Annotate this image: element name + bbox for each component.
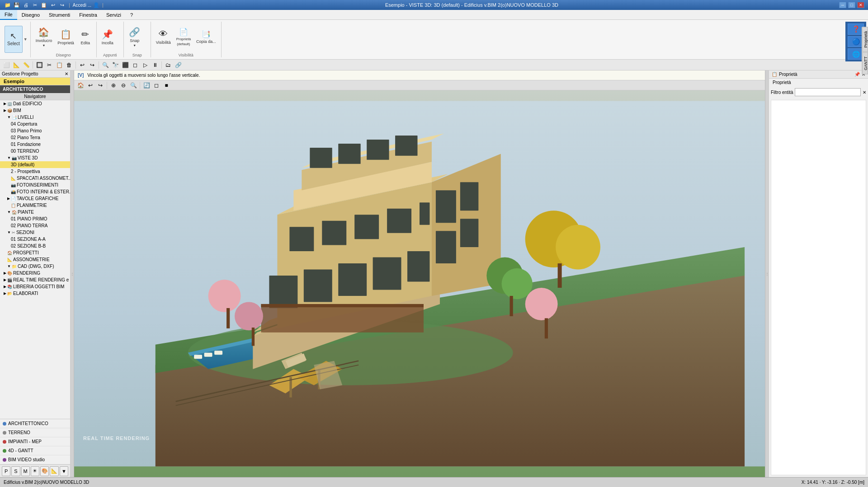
toolbar-grid[interactable]: 📐	[12, 61, 21, 70]
tree-item-planimetrie[interactable]: 📋 PLANIMETRIE	[0, 202, 70, 209]
nav-impianti[interactable]: IMPIANTI - MEP	[0, 437, 70, 446]
nav-architettonico[interactable]: ARCHITETTONICO	[0, 419, 70, 428]
tree-item-dati-edificio[interactable]: ▶ 🏢 Dati EDIFICIO	[0, 100, 70, 107]
open-icon[interactable]: 📁	[4, 1, 12, 9]
view-zoom-out[interactable]: ⊖	[119, 81, 128, 90]
filter-clear[interactable]: ✕	[863, 90, 866, 95]
view-undo[interactable]: ↩	[86, 81, 95, 90]
redo-icon[interactable]: ↪	[58, 1, 66, 9]
project-header-close[interactable]: ✕	[65, 71, 68, 76]
view-zoom-in[interactable]: ⊕	[109, 81, 118, 90]
menu-servizi[interactable]: Servizi	[102, 10, 126, 20]
tree-item-libreria[interactable]: ▶ 📚 LIBRERIA OGGETTI BIM	[0, 283, 70, 290]
view-redo[interactable]: ↪	[96, 81, 105, 90]
filter-input[interactable]	[795, 88, 861, 96]
edita-button[interactable]: ✏ Edita	[77, 28, 94, 47]
nav-4d-gantt[interactable]: 4D - GANTT	[0, 446, 70, 455]
tree-item-foto-interni[interactable]: 📸 FOTO INTERNI & ESTER...	[0, 188, 70, 195]
view-rotate[interactable]: 🔄	[142, 81, 151, 90]
3d-viewport[interactable]: REAL TIME RENDERING	[74, 90, 765, 477]
menu-help[interactable]: ?	[126, 10, 137, 20]
dock-p[interactable]: P	[2, 466, 10, 476]
dock-sun[interactable]: ☀	[31, 466, 39, 476]
tree-item-02-piano[interactable]: 02 PIANO TERRA	[0, 222, 70, 229]
tree-item-sezione-aa[interactable]: 01 SEZIONE A-A	[0, 236, 70, 243]
toolbar-delete[interactable]: 🗑	[65, 61, 74, 70]
visibilita-button[interactable]: 👁 Visibilità	[154, 28, 173, 46]
user-icon[interactable]: 👤	[92, 1, 100, 9]
toolbar-copy[interactable]: 📋	[55, 61, 64, 70]
menu-disegno[interactable]: Disegno	[17, 10, 44, 20]
toolbar-share[interactable]: 🔗	[174, 61, 183, 70]
proprieta-button[interactable]: 📋 Proprietà	[55, 28, 76, 47]
tree-item-piante[interactable]: ▼ 🏠 PIANTE	[0, 209, 70, 215]
properties-tab[interactable]: Proprietà	[769, 79, 868, 86]
dock-dropdown[interactable]: ▼	[60, 466, 68, 476]
undo-icon[interactable]: ↩	[49, 1, 57, 9]
toolbar-zoom-in[interactable]: 🔍	[101, 61, 110, 70]
tree-item-prospettiva[interactable]: 2 - Prospettiva	[0, 168, 70, 175]
view-home[interactable]: 🏠	[76, 81, 85, 90]
tree-item-realtime[interactable]: ▶ 🎬 REAL TIME RENDERING e VRI	[0, 276, 70, 283]
snap-button[interactable]: 🔗 Snap ▼	[127, 25, 143, 48]
menu-strumenti[interactable]: Strumenti	[44, 10, 75, 20]
tree-item-livelli[interactable]: ▼ 📑 LIVELLI	[0, 114, 70, 121]
toolbar-view-black[interactable]: ⬛	[121, 61, 130, 70]
tree-item-terreno-node[interactable]: 00 TERRENO	[0, 148, 70, 155]
right-panel-pin[interactable]: 📌	[854, 72, 860, 77]
tree-item-fotoinserimenti[interactable]: 📷 FOTOINSERIMENTI	[0, 182, 70, 188]
incolla-button[interactable]: 📌 Incolla	[99, 28, 116, 47]
toolbar-undo[interactable]: ↩	[78, 61, 87, 70]
toolbar-layers[interactable]: 🗂	[164, 61, 173, 70]
tree-item-copertura[interactable]: 04 Copertura	[0, 121, 70, 127]
cut-icon[interactable]: ✂	[31, 1, 39, 9]
side-tab-proprieta[interactable]: Proprietà	[862, 27, 868, 52]
side-tab-gantt[interactable]: GANTT	[862, 52, 868, 75]
select-button[interactable]: ↖ Select	[5, 26, 23, 53]
tree-item-tavole-grafiche[interactable]: ▶ 📄 TAVOLE GRAFICHE	[0, 195, 70, 202]
proprieta-default-button[interactable]: 📄 Proprietà (default)	[174, 26, 193, 47]
toolbar-view-white[interactable]: ◻	[131, 61, 140, 70]
tree-item-sezione-bb[interactable]: 02 SEZIONE B-B	[0, 243, 70, 249]
toolbar-redo[interactable]: ↪	[88, 61, 97, 70]
copia-da-button[interactable]: 📑 Copia da...	[194, 28, 218, 45]
tree-item-rendering[interactable]: ▶ 🎨 RENDERING	[0, 270, 70, 276]
print-icon[interactable]: 🖨	[22, 1, 30, 9]
dock-color[interactable]: 🎨	[40, 466, 49, 476]
nav-bim-video[interactable]: BIM VIDEO studio	[0, 455, 70, 464]
tree-item-viste-3d[interactable]: ▼ 📷 VISTE 3D	[0, 155, 70, 161]
toolbar-cut[interactable]: ✂	[45, 61, 54, 70]
tree-item-01-piano[interactable]: 01 PIANO PRIMO	[0, 215, 70, 222]
menu-finestra[interactable]: Finestra	[75, 10, 102, 20]
tree-item-elaborati[interactable]: ▶ 📂 ELABORATI	[0, 290, 70, 297]
tree-item-prospetti[interactable]: 🏠 PROSPETTI	[0, 249, 70, 256]
tree-item-sezioni[interactable]: ▼ ✂ SEZIONI	[0, 229, 70, 236]
toolbar-new[interactable]: ⬜	[2, 61, 11, 70]
tree-item-spaccati[interactable]: 📐 SPACCATI ASSONOMET...	[0, 175, 70, 182]
accedi-label[interactable]: Accedi ...	[73, 3, 91, 8]
involucro-button[interactable]: 🏠 Involucro ▼	[33, 25, 55, 48]
view-zoom-fit[interactable]: 🔍	[129, 81, 138, 90]
nav-terreno[interactable]: TERRENO	[0, 428, 70, 437]
tree-item-3d-default[interactable]: 3D (default)	[0, 161, 70, 168]
example-tab[interactable]: Esempio	[0, 78, 70, 85]
tree-item-cad[interactable]: ▼ 📁 CAD (DWG, DXF)	[0, 263, 70, 270]
dock-s[interactable]: S	[11, 466, 20, 476]
menu-file[interactable]: File	[0, 10, 17, 20]
dock-m[interactable]: M	[21, 466, 30, 476]
toolbar-measure[interactable]: 📏	[22, 61, 31, 70]
tree-item-fondazione[interactable]: 01 Fondazione	[0, 141, 70, 148]
view-solid[interactable]: ■	[162, 81, 171, 90]
toolbar-play[interactable]: ▷	[141, 61, 150, 70]
toolbar-select-rect[interactable]: 🔲	[35, 61, 44, 70]
copy-icon[interactable]: 📋	[40, 1, 48, 9]
tree-item-assonometrie[interactable]: 📐 ASSONOMETRIE	[0, 256, 70, 263]
view-wireframe[interactable]: ◻	[152, 81, 161, 90]
tree-item-piano-terra[interactable]: 02 Piano Terra	[0, 134, 70, 141]
toolbar-zoom-out[interactable]: 🔭	[111, 61, 120, 70]
left-panel-resizer[interactable]: ⋮	[71, 70, 74, 477]
minimize-button[interactable]: ─	[839, 2, 846, 8]
toolbar-pause[interactable]: ⏸	[151, 61, 160, 70]
tree-item-piano-primo[interactable]: 03 Piano Primo	[0, 127, 70, 134]
right-panel-resizer[interactable]: ⋮	[765, 70, 769, 477]
